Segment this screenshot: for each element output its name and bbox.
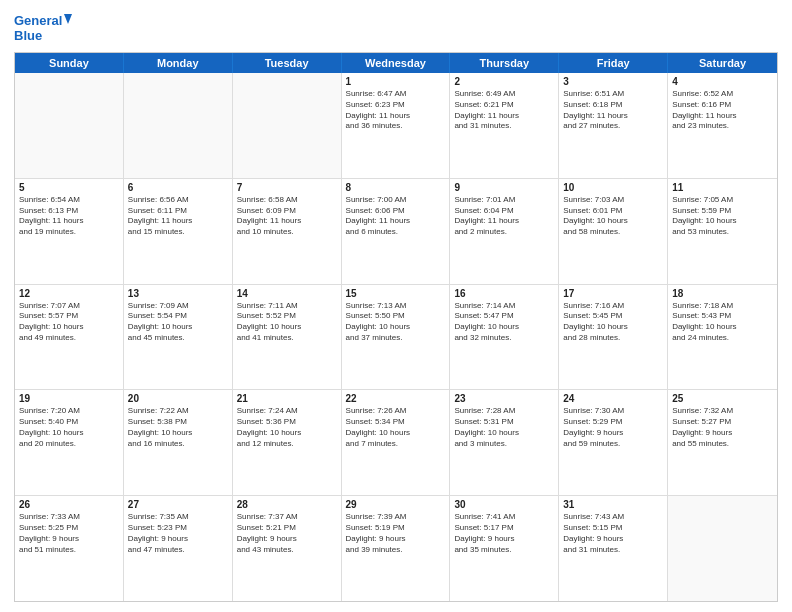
cell-info: Sunrise: 6:52 AM Sunset: 6:16 PM Dayligh… [672, 89, 773, 132]
cell-info: Sunrise: 7:03 AM Sunset: 6:01 PM Dayligh… [563, 195, 663, 238]
cell-info: Sunrise: 7:01 AM Sunset: 6:04 PM Dayligh… [454, 195, 554, 238]
cell-info: Sunrise: 7:11 AM Sunset: 5:52 PM Dayligh… [237, 301, 337, 344]
calendar-row: 26Sunrise: 7:33 AM Sunset: 5:25 PM Dayli… [15, 496, 777, 601]
calendar-cell: 27Sunrise: 7:35 AM Sunset: 5:23 PM Dayli… [124, 496, 233, 601]
cell-info: Sunrise: 6:51 AM Sunset: 6:18 PM Dayligh… [563, 89, 663, 132]
day-number: 29 [346, 499, 446, 510]
calendar-cell: 21Sunrise: 7:24 AM Sunset: 5:36 PM Dayli… [233, 390, 342, 495]
day-number: 25 [672, 393, 773, 404]
day-number: 4 [672, 76, 773, 87]
svg-marker-2 [64, 14, 72, 24]
day-number: 2 [454, 76, 554, 87]
cell-info: Sunrise: 7:33 AM Sunset: 5:25 PM Dayligh… [19, 512, 119, 555]
weekday-header: Sunday [15, 53, 124, 73]
calendar-cell: 23Sunrise: 7:28 AM Sunset: 5:31 PM Dayli… [450, 390, 559, 495]
calendar-cell: 6Sunrise: 6:56 AM Sunset: 6:11 PM Daylig… [124, 179, 233, 284]
day-number: 10 [563, 182, 663, 193]
cell-info: Sunrise: 7:28 AM Sunset: 5:31 PM Dayligh… [454, 406, 554, 449]
cell-info: Sunrise: 7:39 AM Sunset: 5:19 PM Dayligh… [346, 512, 446, 555]
calendar-cell: 14Sunrise: 7:11 AM Sunset: 5:52 PM Dayli… [233, 285, 342, 390]
cell-info: Sunrise: 7:30 AM Sunset: 5:29 PM Dayligh… [563, 406, 663, 449]
day-number: 31 [563, 499, 663, 510]
weekday-header: Friday [559, 53, 668, 73]
calendar-cell: 30Sunrise: 7:41 AM Sunset: 5:17 PM Dayli… [450, 496, 559, 601]
calendar-cell: 5Sunrise: 6:54 AM Sunset: 6:13 PM Daylig… [15, 179, 124, 284]
logo: GeneralBlue [14, 10, 74, 46]
cell-info: Sunrise: 7:09 AM Sunset: 5:54 PM Dayligh… [128, 301, 228, 344]
calendar-cell: 2Sunrise: 6:49 AM Sunset: 6:21 PM Daylig… [450, 73, 559, 178]
logo-svg: GeneralBlue [14, 10, 74, 46]
weekday-header: Saturday [668, 53, 777, 73]
calendar-cell: 17Sunrise: 7:16 AM Sunset: 5:45 PM Dayli… [559, 285, 668, 390]
calendar-body: 1Sunrise: 6:47 AM Sunset: 6:23 PM Daylig… [15, 73, 777, 601]
calendar: SundayMondayTuesdayWednesdayThursdayFrid… [14, 52, 778, 602]
cell-info: Sunrise: 7:05 AM Sunset: 5:59 PM Dayligh… [672, 195, 773, 238]
cell-info: Sunrise: 7:14 AM Sunset: 5:47 PM Dayligh… [454, 301, 554, 344]
day-number: 8 [346, 182, 446, 193]
calendar-cell: 4Sunrise: 6:52 AM Sunset: 6:16 PM Daylig… [668, 73, 777, 178]
cell-info: Sunrise: 7:22 AM Sunset: 5:38 PM Dayligh… [128, 406, 228, 449]
day-number: 17 [563, 288, 663, 299]
day-number: 11 [672, 182, 773, 193]
cell-info: Sunrise: 7:37 AM Sunset: 5:21 PM Dayligh… [237, 512, 337, 555]
calendar-cell: 20Sunrise: 7:22 AM Sunset: 5:38 PM Dayli… [124, 390, 233, 495]
weekday-header: Wednesday [342, 53, 451, 73]
weekday-header: Tuesday [233, 53, 342, 73]
calendar-cell: 10Sunrise: 7:03 AM Sunset: 6:01 PM Dayli… [559, 179, 668, 284]
day-number: 9 [454, 182, 554, 193]
calendar-cell: 15Sunrise: 7:13 AM Sunset: 5:50 PM Dayli… [342, 285, 451, 390]
page: GeneralBlue SundayMondayTuesdayWednesday… [0, 0, 792, 612]
cell-info: Sunrise: 7:41 AM Sunset: 5:17 PM Dayligh… [454, 512, 554, 555]
cell-info: Sunrise: 7:18 AM Sunset: 5:43 PM Dayligh… [672, 301, 773, 344]
weekday-header: Monday [124, 53, 233, 73]
calendar-cell: 29Sunrise: 7:39 AM Sunset: 5:19 PM Dayli… [342, 496, 451, 601]
calendar-row: 1Sunrise: 6:47 AM Sunset: 6:23 PM Daylig… [15, 73, 777, 179]
day-number: 13 [128, 288, 228, 299]
cell-info: Sunrise: 7:24 AM Sunset: 5:36 PM Dayligh… [237, 406, 337, 449]
cell-info: Sunrise: 7:13 AM Sunset: 5:50 PM Dayligh… [346, 301, 446, 344]
cell-info: Sunrise: 6:54 AM Sunset: 6:13 PM Dayligh… [19, 195, 119, 238]
calendar-cell: 22Sunrise: 7:26 AM Sunset: 5:34 PM Dayli… [342, 390, 451, 495]
cell-info: Sunrise: 6:47 AM Sunset: 6:23 PM Dayligh… [346, 89, 446, 132]
day-number: 12 [19, 288, 119, 299]
day-number: 6 [128, 182, 228, 193]
day-number: 1 [346, 76, 446, 87]
calendar-cell: 12Sunrise: 7:07 AM Sunset: 5:57 PM Dayli… [15, 285, 124, 390]
calendar-header: SundayMondayTuesdayWednesdayThursdayFrid… [15, 53, 777, 73]
day-number: 5 [19, 182, 119, 193]
day-number: 22 [346, 393, 446, 404]
calendar-cell: 11Sunrise: 7:05 AM Sunset: 5:59 PM Dayli… [668, 179, 777, 284]
svg-text:Blue: Blue [14, 28, 42, 43]
calendar-cell: 24Sunrise: 7:30 AM Sunset: 5:29 PM Dayli… [559, 390, 668, 495]
calendar-cell: 16Sunrise: 7:14 AM Sunset: 5:47 PM Dayli… [450, 285, 559, 390]
calendar-cell: 18Sunrise: 7:18 AM Sunset: 5:43 PM Dayli… [668, 285, 777, 390]
day-number: 30 [454, 499, 554, 510]
header: GeneralBlue [14, 10, 778, 46]
cell-info: Sunrise: 6:58 AM Sunset: 6:09 PM Dayligh… [237, 195, 337, 238]
empty-cell [668, 496, 777, 601]
day-number: 24 [563, 393, 663, 404]
calendar-row: 5Sunrise: 6:54 AM Sunset: 6:13 PM Daylig… [15, 179, 777, 285]
day-number: 3 [563, 76, 663, 87]
day-number: 16 [454, 288, 554, 299]
svg-text:General: General [14, 13, 62, 28]
calendar-cell: 31Sunrise: 7:43 AM Sunset: 5:15 PM Dayli… [559, 496, 668, 601]
empty-cell [15, 73, 124, 178]
cell-info: Sunrise: 6:56 AM Sunset: 6:11 PM Dayligh… [128, 195, 228, 238]
cell-info: Sunrise: 7:32 AM Sunset: 5:27 PM Dayligh… [672, 406, 773, 449]
calendar-cell: 1Sunrise: 6:47 AM Sunset: 6:23 PM Daylig… [342, 73, 451, 178]
calendar-cell: 9Sunrise: 7:01 AM Sunset: 6:04 PM Daylig… [450, 179, 559, 284]
cell-info: Sunrise: 7:26 AM Sunset: 5:34 PM Dayligh… [346, 406, 446, 449]
day-number: 7 [237, 182, 337, 193]
calendar-cell: 28Sunrise: 7:37 AM Sunset: 5:21 PM Dayli… [233, 496, 342, 601]
cell-info: Sunrise: 7:43 AM Sunset: 5:15 PM Dayligh… [563, 512, 663, 555]
calendar-row: 12Sunrise: 7:07 AM Sunset: 5:57 PM Dayli… [15, 285, 777, 391]
day-number: 26 [19, 499, 119, 510]
day-number: 23 [454, 393, 554, 404]
calendar-cell: 7Sunrise: 6:58 AM Sunset: 6:09 PM Daylig… [233, 179, 342, 284]
day-number: 14 [237, 288, 337, 299]
calendar-cell: 8Sunrise: 7:00 AM Sunset: 6:06 PM Daylig… [342, 179, 451, 284]
day-number: 15 [346, 288, 446, 299]
cell-info: Sunrise: 6:49 AM Sunset: 6:21 PM Dayligh… [454, 89, 554, 132]
cell-info: Sunrise: 7:00 AM Sunset: 6:06 PM Dayligh… [346, 195, 446, 238]
